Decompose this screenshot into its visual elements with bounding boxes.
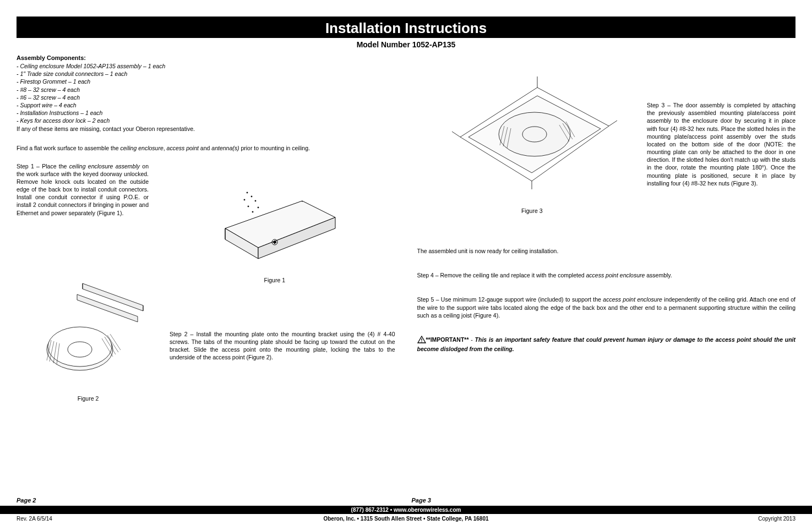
- components-note: If any of these items are missing, conta…: [17, 125, 395, 132]
- important-paragraph: **IMPORTANT** - This is an important saf…: [417, 336, 796, 353]
- svg-point-10: [248, 206, 249, 207]
- svg-point-11: [258, 207, 259, 208]
- component-item: - Ceiling enclosure Model 1052-AP135 ass…: [17, 62, 395, 70]
- figure-2-image: [19, 253, 157, 392]
- text: Step 4 – Remove the ceiling tile and rep…: [417, 272, 586, 278]
- page-title: Installation Instructions: [17, 20, 795, 37]
- page-number-left: Page 2: [17, 497, 401, 504]
- figure-3-image: [438, 54, 625, 204]
- text-italic: access point enclosure: [603, 296, 662, 303]
- step2-text: Step 2 – Install the mounting plate onto…: [170, 330, 395, 362]
- step3-paragraph: Step 3 – The door assembly is completed …: [647, 101, 795, 187]
- text-italic: access point: [167, 145, 199, 151]
- svg-point-30: [499, 112, 570, 156]
- text-italic: antenna(s): [211, 145, 239, 151]
- footer-revision: Rev. 2A 6/5/14: [17, 516, 211, 522]
- footer-copyright: Copyright 2013: [601, 516, 795, 522]
- component-item: - #8 – 32 screw – 4 each: [17, 86, 395, 94]
- step5-paragraph: Step 5 – Use minimum 12-gauge support wi…: [417, 296, 796, 319]
- right-page: Figure 3 Step 3 – The door assembly is c…: [417, 54, 796, 402]
- svg-marker-13: [83, 283, 143, 311]
- footer-address: Oberon, Inc. • 1315 South Allen Street •…: [211, 516, 601, 522]
- important-label: **IMPORTANT**: [426, 336, 469, 343]
- subtitle: Model Number 1052-AP135: [0, 40, 812, 49]
- text: Find a flat work surface to assemble the: [17, 145, 121, 151]
- component-item: - Keys for access door lock – 2 each: [17, 117, 395, 124]
- figure-3-caption: Figure 3: [417, 207, 647, 214]
- figure-1-caption: Figure 1: [154, 277, 395, 283]
- assembled-paragraph: The assembled unit is now ready for ceil…: [417, 247, 796, 255]
- svg-point-8: [244, 199, 245, 200]
- text-italic: access point enclosure: [586, 272, 645, 278]
- svg-line-39: [609, 121, 617, 126]
- svg-point-18: [48, 327, 112, 367]
- right-mid-section: The assembled unit is now ready for ceil…: [417, 247, 796, 353]
- text: prior to mounting in ceiling.: [239, 145, 310, 151]
- figure-1-image: [192, 162, 357, 274]
- footer: Page 2 Page 3 (877) 867-2312 • www.obero…: [0, 497, 812, 525]
- figure-3-box: Figure 3: [417, 54, 647, 214]
- svg-point-7: [251, 196, 252, 197]
- svg-point-9: [255, 200, 256, 201]
- text: Step 5 – Use minimum 12-gauge support wi…: [417, 296, 603, 303]
- text: assembly.: [645, 272, 672, 278]
- text: Step 1 – Place the: [17, 163, 69, 169]
- step4-paragraph: Step 4 – Remove the ceiling tile and rep…: [417, 271, 796, 279]
- component-item: - Support wire – 4 each: [17, 101, 395, 109]
- component-item: - Installation Instructions – 1 each: [17, 109, 395, 117]
- component-item: - 1" Trade size conduit connectors – 1 e…: [17, 70, 395, 78]
- page-content: Assembly Components: - Ceiling enclosure…: [0, 54, 812, 402]
- svg-point-6: [247, 192, 248, 193]
- footer-contact-bar: (877) 867-2312 • www.oberonwireless.com: [0, 506, 812, 514]
- left-page: Assembly Components: - Ceiling enclosure…: [17, 54, 395, 402]
- svg-point-12: [252, 211, 253, 212]
- figure-2-box: Figure 2: [17, 253, 160, 402]
- title-bar: Installation Instructions: [17, 17, 795, 38]
- step3-text: Step 3 – The door assembly is completed …: [647, 101, 795, 214]
- svg-line-40: [452, 132, 460, 137]
- text: and: [199, 145, 211, 151]
- figure-2-caption: Figure 2: [17, 395, 160, 402]
- assembly-heading: Assembly Components:: [17, 54, 395, 61]
- svg-point-44: [421, 341, 422, 342]
- component-item: - Firestop Grommet – 1 each: [17, 78, 395, 85]
- step3-row: Figure 3 Step 3 – The door assembly is c…: [417, 54, 796, 214]
- text: on the work surface with the keyed doorw…: [17, 163, 149, 216]
- page-numbers: Page 2 Page 3: [0, 497, 812, 506]
- components-list: - Ceiling enclosure Model 1052-AP135 ass…: [17, 62, 395, 124]
- text: -: [468, 336, 475, 343]
- page-number-right: Page 3: [401, 497, 796, 504]
- step2-paragraph: Step 2 – Install the mounting plate onto…: [170, 330, 395, 362]
- figure-1-box: Figure 1: [154, 162, 395, 283]
- footer-info-bar: Rev. 2A 6/5/14 Oberon, Inc. • 1315 South…: [0, 514, 812, 525]
- warning-icon: [417, 336, 426, 345]
- text-italic: ceiling enclosure assembly: [69, 163, 140, 169]
- text-italic: ceiling enclosure: [121, 145, 164, 151]
- svg-marker-16: [77, 294, 138, 322]
- component-item: - #6 – 32 screw – 4 each: [17, 94, 395, 101]
- find-flat-paragraph: Find a flat work surface to assemble the…: [17, 144, 395, 152]
